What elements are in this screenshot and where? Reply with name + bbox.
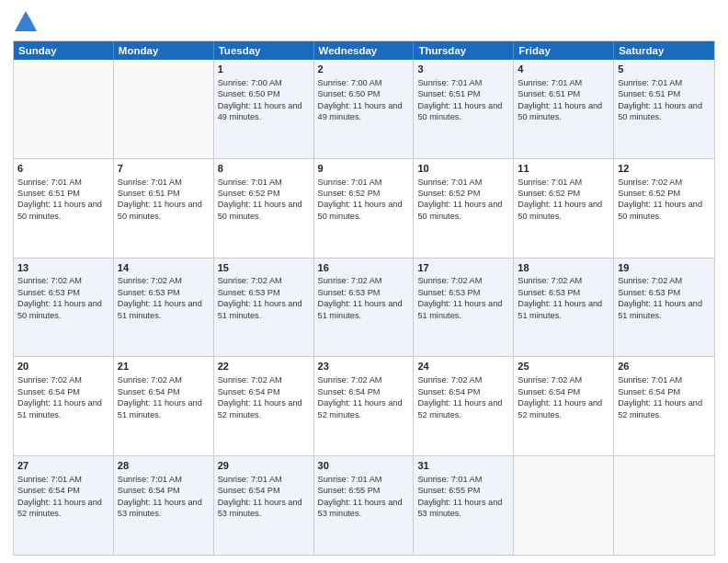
day-info-line: Sunrise: 7:01 AM: [518, 177, 609, 188]
day-info-line: Sunset: 6:50 PM: [318, 88, 410, 99]
day-info-line: Daylight: 11 hours and 50 minutes.: [618, 199, 711, 222]
day-number: 29: [218, 459, 310, 473]
day-info-line: Sunrise: 7:00 AM: [318, 77, 410, 88]
day-number: 18: [518, 261, 609, 275]
day-info-line: Daylight: 11 hours and 52 minutes.: [17, 497, 109, 520]
day-number: 16: [318, 261, 410, 275]
week-row-3: 20Sunrise: 7:02 AMSunset: 6:54 PMDayligh…: [14, 356, 714, 455]
header: [13, 9, 715, 35]
day-number: 20: [17, 360, 109, 373]
day-info-line: Sunrise: 7:02 AM: [518, 275, 609, 286]
day-info-line: Sunrise: 7:01 AM: [417, 77, 509, 88]
day-info-line: Sunset: 6:53 PM: [318, 287, 410, 298]
day-number: 26: [618, 360, 711, 373]
day-info-line: Sunset: 6:53 PM: [417, 287, 509, 298]
empty-cell-4-5: [514, 456, 614, 555]
day-info-line: Daylight: 11 hours and 50 minutes.: [417, 199, 509, 222]
day-info-line: Sunset: 6:54 PM: [17, 386, 109, 397]
day-number: 22: [218, 360, 310, 373]
day-number: 6: [17, 162, 109, 176]
day-info-line: Daylight: 11 hours and 51 minutes.: [618, 298, 711, 321]
week-row-4: 27Sunrise: 7:01 AMSunset: 6:54 PMDayligh…: [14, 455, 714, 555]
day-info-line: Sunrise: 7:02 AM: [618, 275, 711, 286]
day-info-line: Daylight: 11 hours and 50 minutes.: [318, 199, 410, 222]
day-info-line: Daylight: 11 hours and 51 minutes.: [318, 298, 410, 321]
day-number: 17: [417, 261, 509, 275]
empty-cell-0-1: [114, 60, 214, 158]
day-number: 27: [17, 459, 109, 473]
day-info-line: Sunrise: 7:01 AM: [118, 474, 210, 485]
day-info-line: Daylight: 11 hours and 52 minutes.: [218, 397, 310, 420]
day-cell-16: 16Sunrise: 7:02 AMSunset: 6:53 PMDayligh…: [314, 259, 415, 357]
day-number: 7: [118, 162, 210, 176]
day-number: 23: [318, 360, 410, 373]
day-number: 8: [218, 162, 310, 176]
day-info-line: Daylight: 11 hours and 52 minutes.: [318, 397, 410, 420]
logo-icon: [13, 9, 39, 35]
day-cell-28: 28Sunrise: 7:01 AMSunset: 6:54 PMDayligh…: [114, 456, 214, 555]
day-info-line: Sunset: 6:53 PM: [17, 287, 109, 298]
day-info-line: Sunset: 6:50 PM: [218, 88, 310, 99]
day-cell-6: 6Sunrise: 7:01 AMSunset: 6:51 PMDaylight…: [14, 159, 114, 258]
day-info-line: Sunset: 6:54 PM: [218, 386, 310, 397]
day-info-line: Sunrise: 7:01 AM: [318, 474, 410, 485]
day-cell-15: 15Sunrise: 7:02 AMSunset: 6:53 PMDayligh…: [214, 259, 314, 357]
day-number: 24: [417, 360, 509, 373]
day-number: 30: [318, 459, 410, 473]
day-number: 11: [518, 162, 609, 176]
empty-cell-0-0: [14, 60, 114, 158]
day-info-line: Daylight: 11 hours and 53 minutes.: [318, 497, 410, 520]
day-cell-22: 22Sunrise: 7:02 AMSunset: 6:54 PMDayligh…: [214, 357, 314, 455]
day-cell-19: 19Sunrise: 7:02 AMSunset: 6:53 PMDayligh…: [614, 259, 714, 357]
day-info-line: Sunrise: 7:00 AM: [218, 77, 310, 88]
day-info-line: Sunrise: 7:02 AM: [118, 275, 210, 286]
day-info-line: Daylight: 11 hours and 50 minutes.: [618, 100, 711, 123]
day-number: 31: [417, 459, 509, 473]
day-cell-14: 14Sunrise: 7:02 AMSunset: 6:53 PMDayligh…: [114, 259, 214, 357]
logo: [13, 9, 42, 35]
day-cell-3: 3Sunrise: 7:01 AMSunset: 6:51 PMDaylight…: [414, 60, 514, 158]
day-info-line: Sunset: 6:55 PM: [318, 485, 410, 496]
day-info-line: Sunset: 6:54 PM: [118, 386, 210, 397]
day-cell-25: 25Sunrise: 7:02 AMSunset: 6:54 PMDayligh…: [514, 357, 614, 455]
day-info-line: Sunset: 6:54 PM: [618, 386, 711, 397]
day-info-line: Daylight: 11 hours and 50 minutes.: [17, 199, 109, 222]
day-number: 12: [618, 162, 711, 176]
day-info-line: Sunset: 6:52 PM: [618, 188, 711, 199]
day-cell-4: 4Sunrise: 7:01 AMSunset: 6:51 PMDaylight…: [514, 60, 614, 158]
empty-cell-4-6: [614, 456, 714, 555]
day-number: 3: [417, 63, 509, 76]
day-info-line: Daylight: 11 hours and 51 minutes.: [518, 298, 609, 321]
day-info-line: Sunrise: 7:02 AM: [218, 275, 310, 286]
day-cell-26: 26Sunrise: 7:01 AMSunset: 6:54 PMDayligh…: [614, 357, 714, 455]
day-cell-31: 31Sunrise: 7:01 AMSunset: 6:55 PMDayligh…: [414, 456, 514, 555]
day-info-line: Sunrise: 7:02 AM: [118, 374, 210, 385]
day-info-line: Sunrise: 7:01 AM: [417, 474, 509, 485]
day-info-line: Sunset: 6:54 PM: [218, 485, 310, 496]
header-day-friday: Friday: [514, 41, 614, 60]
page: SundayMondayTuesdayWednesdayThursdayFrid…: [0, 0, 728, 563]
header-day-sunday: Sunday: [14, 41, 114, 60]
day-cell-20: 20Sunrise: 7:02 AMSunset: 6:54 PMDayligh…: [14, 357, 114, 455]
day-info-line: Daylight: 11 hours and 51 minutes.: [118, 397, 210, 420]
day-cell-17: 17Sunrise: 7:02 AMSunset: 6:53 PMDayligh…: [414, 259, 514, 357]
day-number: 15: [218, 261, 310, 275]
day-info-line: Daylight: 11 hours and 50 minutes.: [17, 298, 109, 321]
day-info-line: Sunset: 6:54 PM: [118, 485, 210, 496]
day-number: 14: [118, 261, 210, 275]
day-number: 10: [417, 162, 509, 176]
day-info-line: Sunset: 6:52 PM: [518, 188, 609, 199]
day-info-line: Daylight: 11 hours and 51 minutes.: [118, 298, 210, 321]
day-info-line: Sunrise: 7:01 AM: [618, 77, 711, 88]
day-info-line: Daylight: 11 hours and 51 minutes.: [417, 298, 509, 321]
calendar-body: 1Sunrise: 7:00 AMSunset: 6:50 PMDaylight…: [14, 60, 714, 555]
day-number: 21: [118, 360, 210, 373]
day-info-line: Sunset: 6:51 PM: [417, 88, 509, 99]
header-day-saturday: Saturday: [614, 41, 714, 60]
day-info-line: Sunrise: 7:02 AM: [17, 374, 109, 385]
day-info-line: Daylight: 11 hours and 50 minutes.: [218, 199, 310, 222]
day-cell-7: 7Sunrise: 7:01 AMSunset: 6:51 PMDaylight…: [114, 159, 214, 258]
day-info-line: Sunset: 6:51 PM: [618, 88, 711, 99]
week-row-2: 13Sunrise: 7:02 AMSunset: 6:53 PMDayligh…: [14, 258, 714, 357]
day-number: 25: [518, 360, 609, 373]
